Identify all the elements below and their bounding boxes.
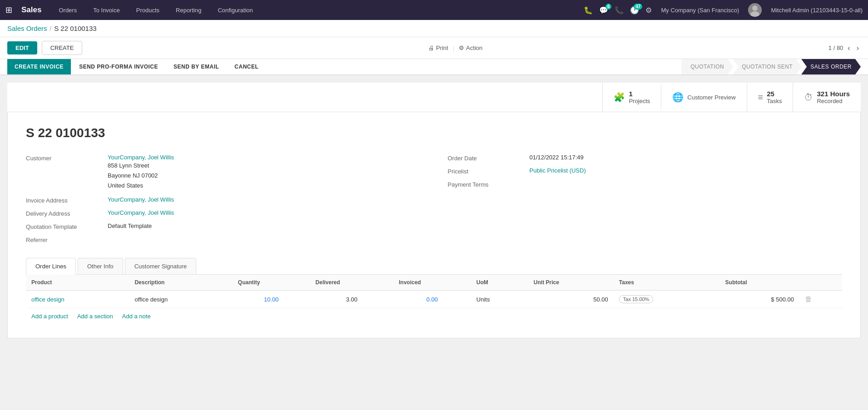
nav-to-invoice[interactable]: To Invoice	[89, 5, 124, 15]
col-product: Product	[26, 275, 129, 291]
col-taxes: Taxes	[614, 275, 720, 291]
action-label: Action	[466, 44, 482, 51]
invoiced-cell: 0.00	[393, 291, 471, 308]
invoice-address-row: Invoice Address YourCompany, Joel Willis	[26, 196, 421, 204]
edit-button[interactable]: EDIT	[7, 41, 37, 54]
form-grid: Customer YourCompany, Joel Willis 858 Ly…	[26, 154, 842, 249]
unit-price-cell[interactable]: 50.00	[528, 291, 614, 308]
globe-icon: 🌐	[672, 92, 684, 103]
customer-preview-label: Customer Preview	[687, 94, 735, 101]
subtotal-cell: $ 500.00	[720, 291, 799, 308]
col-invoiced: Invoiced	[393, 275, 471, 291]
timer-icon: ⏱	[804, 92, 813, 103]
payment-terms-label: Payment Terms	[448, 180, 530, 188]
stat-customer-preview[interactable]: 🌐 Customer Preview	[661, 84, 746, 110]
user-name: Mitchell Admin (12103443-15-0-all)	[771, 7, 863, 14]
send-proforma-button[interactable]: SEND PRO-FORMA INVOICE	[72, 59, 165, 74]
quantity-cell[interactable]: 10.00	[233, 291, 310, 308]
svg-point-1	[752, 5, 758, 11]
tabs: Order Lines Other Info Customer Signatur…	[26, 258, 842, 275]
delivery-address-value[interactable]: YourCompany, Joel Willis	[108, 209, 174, 216]
product-cell[interactable]: office design	[26, 291, 129, 308]
col-uom: UoM	[471, 275, 528, 291]
pricelist-row: Pricelist Public Pricelist (USD)	[448, 167, 843, 175]
customer-address2: Bayonne NJ 07002	[108, 171, 174, 181]
stage-quotation-sent[interactable]: QUOTATION SENT	[733, 59, 802, 74]
add-note-link[interactable]: Add a note	[122, 313, 151, 320]
col-description: Description	[129, 275, 232, 291]
action-bar: EDIT CREATE 🖨 Print | ⚙ Action 1 / 80 ‹ …	[0, 37, 868, 59]
stat-hours[interactable]: ⏱ 321 Hours Recorded	[793, 83, 861, 112]
delivery-address-row: Delivery Address YourCompany, Joel Willi…	[26, 209, 421, 217]
chat-icon[interactable]: 💬 6	[599, 6, 608, 15]
send-email-button[interactable]: SEND BY EMAIL	[166, 59, 226, 74]
breadcrumb-current: S 22 0100133	[54, 25, 96, 32]
nav-configuration[interactable]: Configuration	[214, 5, 256, 15]
customer-label: Customer	[26, 154, 108, 162]
status-stages: QUOTATION QUOTATION SENT SALES ORDER	[682, 59, 861, 74]
chat-badge: 6	[605, 4, 612, 10]
uom-cell: Units	[471, 291, 528, 308]
breadcrumb-parent[interactable]: Sales Orders	[7, 25, 47, 32]
gear-icon: ⚙	[459, 44, 464, 51]
add-product-link[interactable]: Add a product	[31, 313, 68, 320]
cancel-button[interactable]: CANCEL	[227, 59, 266, 74]
invoice-address-label: Invoice Address	[26, 196, 108, 204]
stat-projects[interactable]: 🧩 1 Projects	[602, 83, 661, 112]
create-button[interactable]: CREATE	[42, 41, 83, 55]
nav-products[interactable]: Products	[133, 5, 163, 15]
settings-icon[interactable]: ⚙	[645, 6, 652, 15]
projects-label: Projects	[629, 98, 650, 104]
action-button[interactable]: ⚙ Action	[459, 44, 482, 51]
col-unit-price: Unit Price	[528, 275, 614, 291]
table-header-row: Product Description Quantity Delivered I…	[26, 275, 842, 291]
order-date-value[interactable]: 01/12/2022 15:17:49	[530, 154, 584, 161]
order-date-label: Order Date	[448, 154, 530, 162]
customer-address1: 858 Lynn Street	[108, 161, 174, 171]
pricelist-value[interactable]: Public Pricelist (USD)	[530, 167, 586, 174]
app-grid-icon[interactable]: ⊞	[5, 5, 12, 15]
add-section-link[interactable]: Add a section	[77, 313, 113, 320]
stat-tasks[interactable]: ≡ 25 Tasks	[747, 83, 793, 112]
pricelist-label: Pricelist	[448, 167, 530, 175]
tasks-count: 25	[767, 90, 782, 98]
hours-label: Recorded	[817, 98, 850, 104]
nav-orders[interactable]: Orders	[55, 5, 80, 15]
user-avatar[interactable]	[748, 3, 762, 17]
form-card: S 22 0100133 Customer YourCompany, Joel …	[7, 112, 861, 338]
invoice-address-value[interactable]: YourCompany, Joel Willis	[108, 196, 174, 203]
print-button[interactable]: 🖨 Print	[428, 44, 448, 51]
order-number: S 22 0100133	[26, 126, 842, 140]
description-cell: office design	[129, 291, 232, 308]
referrer-label: Referrer	[26, 236, 108, 243]
status-bar: CREATE INVOICE SEND PRO-FORMA INVOICE SE…	[0, 59, 868, 75]
tasks-label: Tasks	[767, 98, 782, 104]
phone-icon[interactable]: 📞	[615, 6, 624, 15]
delete-cell: 🗑	[799, 291, 842, 308]
stage-quotation[interactable]: QUOTATION	[681, 59, 733, 74]
quotation-template-row: Quotation Template Default Template	[26, 222, 421, 230]
pagination-next[interactable]: ›	[855, 43, 861, 53]
bug-icon[interactable]: 🐛	[584, 6, 593, 15]
order-date-row: Order Date 01/12/2022 15:17:49	[448, 154, 843, 162]
form-right-col: Order Date 01/12/2022 15:17:49 Pricelist…	[448, 154, 843, 249]
tab-customer-signature[interactable]: Customer Signature	[125, 258, 197, 274]
tab-other-info[interactable]: Other Info	[78, 258, 123, 274]
delete-row-icon[interactable]: 🗑	[805, 295, 812, 303]
print-label: Print	[436, 44, 448, 51]
printer-icon: 🖨	[428, 44, 434, 51]
clock-icon[interactable]: 🕐 47	[630, 6, 639, 15]
main-content: 🧩 1 Projects 🌐 Customer Preview ≡ 25 Tas…	[0, 75, 868, 346]
delivered-cell: 3.00	[310, 291, 393, 308]
stage-sales-order[interactable]: SALES ORDER	[801, 59, 861, 74]
nav-reporting[interactable]: Reporting	[172, 5, 205, 15]
pagination-prev[interactable]: ‹	[846, 43, 852, 53]
customer-name[interactable]: YourCompany, Joel Willis	[108, 154, 174, 161]
col-delivered: Delivered	[310, 275, 393, 291]
tabs-container: Order Lines Other Info Customer Signatur…	[26, 258, 842, 324]
referrer-row: Referrer	[26, 236, 421, 243]
taxes-cell: Tax 15.00%	[614, 291, 720, 308]
quotation-template-value[interactable]: Default Template	[108, 222, 152, 229]
tab-order-lines[interactable]: Order Lines	[26, 258, 76, 275]
create-invoice-button[interactable]: CREATE INVOICE	[7, 59, 71, 74]
